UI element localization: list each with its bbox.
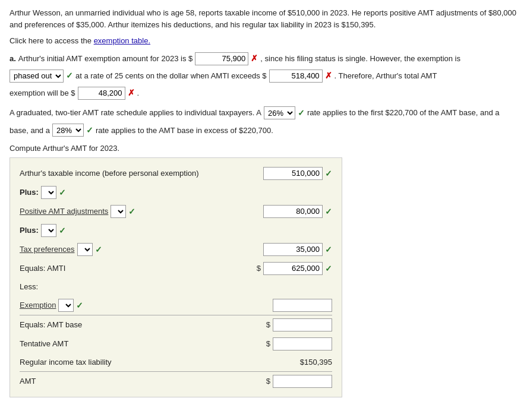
x-mark-3[interactable]: ✗ [128,86,135,100]
amti-threshold-input[interactable] [269,70,323,83]
check-28: ✓ [86,123,93,138]
compute-label: Compute Arthur's AMT for 2023. [10,144,520,153]
plus2-dropdown-row: Plus: ✓ [20,224,237,237]
click-line: Click here to access the exemption table… [10,36,520,45]
row-right-equals-amti: $ ✓ [237,262,332,275]
rate-26-dropdown[interactable]: 26% [264,106,295,119]
dollar-amti: $ [257,264,261,273]
check-exemption: ✓ [76,301,83,310]
plus1-dropdown-row: Plus: ✓ [20,186,237,199]
section-a-period: . [137,86,140,100]
table-row: Equals: AMTI $ ✓ [20,259,332,278]
intro-text: Arthur Wesson, an unmarried individual w… [10,8,516,29]
positive-amt-input[interactable] [263,205,323,218]
table-row: Less: [20,278,332,296]
tax-pref-label: Tax preferences [20,245,75,254]
tax-pref-dropdown[interactable] [77,243,93,256]
exemption-dropdown-row: Exemption ✓ [20,299,237,312]
row-label-plus1: Plus: ✓ [20,186,237,199]
row-label-taxable-income: Arthur's taxable income (before personal… [20,169,237,178]
amt-base-input[interactable] [273,318,332,331]
check-plus1: ✓ [59,188,66,197]
check-tax-pref: ✓ [95,245,102,254]
row-label-amt: AMT [20,377,237,386]
row-label-equals-amti: Equals: AMTI [20,264,237,273]
row-label-positive-amt: Positive AMT adjustments ✓ [20,205,237,218]
dollar-amt-base: $ [266,320,270,329]
check-26: ✓ [298,106,305,121]
section-b-line2: base, and a 28% ✓ rate applies to the AM… [10,123,520,138]
section-b-text1: A graduated, two-tier AMT rate schedule … [10,106,261,119]
row-label-tentative-amt: Tentative AMT [20,339,237,348]
table-row: Plus: ✓ [20,183,332,202]
positive-amt-dropdown[interactable] [111,205,126,218]
regular-tax-value: $150,395 [273,358,332,367]
x-mark-1[interactable]: ✗ [251,51,258,66]
exemption-table-link[interactable]: exemption table. [94,36,150,45]
table-row: Positive AMT adjustments ✓ ✓ [20,202,332,221]
section-b-text2: rate applies to the first $220,700 of th… [307,106,500,119]
section-a: a. Arthur's initial AMT exemption amount… [10,51,520,101]
table-row: Exemption ✓ [20,296,332,315]
plus1-label: Plus: [20,188,39,197]
positive-amt-label: Positive AMT adjustments [20,207,108,216]
exemption-label: Exemption [20,301,56,310]
section-a-text3: at a rate of 25 cents on the dollar when… [75,69,267,83]
check-plus2: ✓ [59,226,66,235]
tax-pref-input[interactable] [263,243,323,256]
amt-exemption-input[interactable] [195,52,248,65]
amt-input[interactable] [273,375,332,388]
section-a-text1: Arthur's initial AMT exemption amount fo… [18,52,193,65]
section-a-line2: phased out ✓ at a rate of 25 cents on th… [10,68,520,83]
row-label-regular-tax: Regular income tax liability [20,358,237,367]
section-b-line1: A graduated, two-tier AMT rate schedule … [10,106,520,121]
table-row: Plus: ✓ [20,221,332,240]
row-right-tax-pref: ✓ [237,243,332,256]
amti-input[interactable] [263,262,323,275]
row-label-exemption: Exemption ✓ [20,299,237,312]
row-right-tentative-amt: $ [237,337,332,350]
check-tax-pref-val: ✓ [325,245,332,254]
section-a-text4: . Therefore, Arthur's total AMT [335,69,437,83]
rate-28-dropdown[interactable]: 28% [52,124,84,137]
positive-amt-dropdown-row: Positive AMT adjustments ✓ [20,205,237,218]
check-taxable: ✓ [325,169,332,178]
check-positive-amt: ✓ [128,207,135,216]
row-right-amt-base: $ [237,318,332,331]
table-row: Regular income tax liability $150,395 [20,353,332,371]
check-positive-amt-val: ✓ [325,207,332,216]
x-mark-2[interactable]: ✗ [325,68,332,83]
check-1: ✓ [66,68,73,83]
section-b-base-text: base, and a [10,124,50,137]
taxable-income-input[interactable] [263,167,323,180]
section-b-text3: rate applies to the AMT base in excess o… [96,124,273,137]
table-row: Tax preferences ✓ ✓ [20,240,332,259]
click-line-text: Click here to access the [10,36,94,45]
row-right-amt: $ [237,375,332,388]
phased-out-dropdown[interactable]: phased out [10,70,64,83]
section-a-text2: , since his filing status is single. How… [260,52,460,65]
amt-table: Arthur's taxable income (before personal… [10,157,342,397]
total-exemption-input[interactable] [78,87,125,100]
tax-pref-dropdown-row: Tax preferences ✓ [20,243,237,256]
tentative-amt-input[interactable] [273,337,332,350]
check-amti: ✓ [325,264,332,273]
exemption-input[interactable] [273,299,332,312]
dollar-tentative: $ [266,339,270,348]
section-a-line3: exemption will be $ ✗ . [10,86,520,100]
section-a-label: a. [10,52,16,65]
plus2-label: Plus: [20,226,39,235]
row-right-taxable-income: ✓ [237,167,332,180]
row-label-tax-pref: Tax preferences ✓ [20,243,237,256]
section-b: A graduated, two-tier AMT rate schedule … [10,106,520,138]
row-label-amt-base: Equals: AMT base [20,320,237,329]
row-right-regular-tax: $150,395 [237,358,332,367]
exemption-dropdown[interactable] [58,299,74,312]
table-row: AMT $ [20,371,332,391]
plus1-dropdown[interactable] [41,186,56,199]
intro-paragraph: Arthur Wesson, an unmarried individual w… [10,7,520,30]
table-row: Arthur's taxable income (before personal… [20,164,332,183]
plus2-dropdown[interactable] [41,224,56,237]
row-right-positive-amt: ✓ [237,205,332,218]
row-label-less: Less: [20,282,237,291]
